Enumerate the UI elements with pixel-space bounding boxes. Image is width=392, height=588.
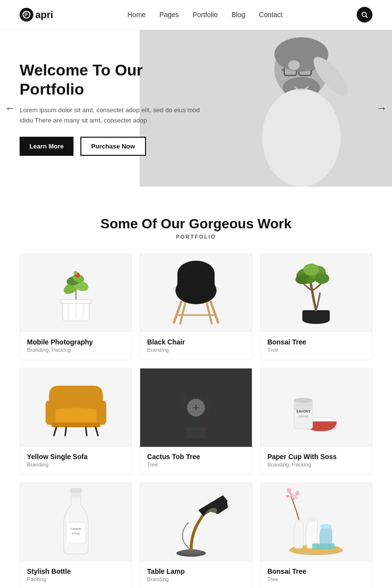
search-button[interactable]	[357, 7, 372, 23]
lamp-svg	[164, 486, 228, 559]
logo-icon: P	[20, 8, 33, 22]
portfolio-item-info-9: Bonsai Tree Tree	[261, 562, 372, 588]
svg-point-12	[262, 89, 341, 187]
hero-prev-button[interactable]: ←	[5, 102, 16, 115]
item-title-1: Mobile Photography	[27, 338, 124, 346]
nav-home[interactable]: Home	[127, 11, 146, 19]
nav-links: Home Pages Portfolio Blog Contact	[127, 10, 283, 19]
item-overlay: +	[140, 368, 251, 447]
portfolio-title: Some Of Our Gorgeous Work	[20, 216, 372, 232]
item-cat-7: Packing	[27, 576, 124, 582]
portfolio-item-info-4: Yellow Single Sofa Branding	[20, 447, 131, 474]
portfolio-item-img-2	[140, 254, 251, 332]
item-title-5: Cactus Tob Tree	[147, 453, 245, 461]
portfolio-item-1[interactable]: Mobile Photography Branding, Packing	[20, 253, 132, 360]
svg-point-15	[288, 60, 300, 70]
item-cat-1: Branding, Packing	[27, 347, 124, 353]
portfolio-item-9[interactable]: Bonsai Tree Tree	[260, 483, 372, 588]
portfolio-item-info-6: Paper Cup With Soss Branding, Packing	[261, 447, 372, 474]
portfolio-item-info-2: Black Chair Branding	[140, 332, 251, 360]
svg-rect-17	[61, 299, 91, 303]
svg-rect-53	[193, 393, 199, 428]
plant-svg	[54, 261, 98, 325]
nav-pages[interactable]: Pages	[159, 11, 179, 19]
item-title-8: Table Lamp	[147, 567, 245, 575]
logo[interactable]: P apri	[20, 8, 53, 22]
hero-buttons: Learn More Purchase Now	[20, 137, 206, 156]
svg-rect-86	[312, 543, 335, 549]
svg-line-49	[65, 427, 66, 436]
svg-point-2	[362, 12, 367, 17]
nav-portfolio[interactable]: Portfolio	[193, 11, 218, 19]
svg-point-81	[295, 491, 299, 495]
item-title-4: Yellow Single Sofa	[27, 453, 124, 461]
nav-contact[interactable]: Contact	[259, 11, 282, 19]
bottle-svg: Ceramic STYLE	[56, 486, 96, 559]
svg-point-40	[295, 274, 309, 284]
svg-rect-45	[97, 400, 106, 425]
item-cat-9: Tree	[268, 576, 365, 582]
item-title-6: Paper Cup With Soss	[268, 453, 365, 461]
svg-rect-37	[302, 310, 330, 321]
item-cat-4: Branding	[27, 462, 124, 467]
sofa-svg	[42, 376, 110, 440]
svg-point-27	[74, 271, 77, 275]
portfolio-item-img-9	[261, 483, 372, 562]
item-cat-8: Branding	[147, 576, 245, 582]
svg-text:COFFEE: COFFEE	[298, 415, 309, 418]
svg-line-50	[86, 427, 87, 436]
nav-blog[interactable]: Blog	[231, 11, 245, 19]
bonsai-svg	[292, 259, 341, 327]
logo-text: apri	[35, 9, 53, 21]
svg-rect-68	[70, 488, 82, 493]
plus-icon: +	[187, 399, 205, 416]
hero-title: Welcome To Our Portfolio	[20, 61, 206, 98]
learn-more-button[interactable]: Learn More	[20, 137, 74, 156]
purchase-now-button[interactable]: Purchase Now	[80, 137, 146, 156]
navbar: P apri Home Pages Portfolio Blog Contact	[0, 0, 392, 30]
portfolio-item-info-5: Cactus Tob Tree Tree	[140, 447, 251, 474]
portfolio-section: Some Of Our Gorgeous Work PORTFOLIO	[0, 206, 392, 588]
svg-point-66	[294, 398, 313, 403]
svg-line-48	[96, 427, 98, 436]
portfolio-item-7[interactable]: Ceramic STYLE Stylish Bottle Packing	[20, 483, 132, 588]
hero-content: Welcome To Our Portfolio Lorem ipsum dol…	[0, 41, 225, 175]
svg-line-31	[174, 302, 181, 322]
svg-rect-52	[185, 427, 207, 431]
svg-point-80	[287, 488, 292, 493]
svg-rect-44	[46, 400, 55, 425]
hero-next-button[interactable]: →	[376, 102, 387, 115]
portfolio-item-6[interactable]: SAVORY COFFEE Paper Cup With Soss Brandi…	[260, 368, 372, 475]
svg-text:P: P	[24, 12, 28, 18]
portfolio-item-img-8	[140, 483, 251, 562]
svg-rect-51	[187, 430, 205, 439]
portfolio-item-2[interactable]: Black Chair Branding	[140, 253, 252, 360]
portfolio-item-4[interactable]: Yellow Single Sofa Branding	[20, 368, 132, 475]
svg-line-47	[54, 427, 56, 436]
svg-line-58	[190, 398, 193, 400]
portfolio-item-5[interactable]: + Cactus Tob Tree Tree	[140, 368, 252, 475]
svg-point-78	[320, 524, 332, 529]
svg-rect-57	[205, 397, 210, 414]
cactus-svg	[172, 373, 220, 442]
svg-rect-56	[198, 408, 209, 413]
svg-line-32	[211, 302, 218, 322]
portfolio-item-img-1	[20, 254, 131, 332]
portfolio-item-info-1: Mobile Photography Branding, Packing	[20, 332, 131, 360]
portfolio-item-3[interactable]: Bonsai Tree Tree	[260, 253, 372, 360]
hero-section: ← Welcome To Our Portfolio Lorem ipsum d…	[0, 30, 392, 187]
item-cat-3: Tree	[268, 347, 365, 353]
svg-point-85	[286, 495, 289, 498]
portfolio-item-info-7: Stylish Bottle Packing	[20, 562, 131, 588]
svg-text:SAVORY: SAVORY	[296, 410, 311, 413]
portfolio-item-info-3: Bonsai Tree Tree	[261, 332, 372, 360]
svg-text:STYLE: STYLE	[72, 532, 80, 535]
svg-line-59	[199, 398, 202, 400]
svg-rect-30	[177, 273, 215, 291]
portfolio-item-info-8: Table Lamp Branding	[140, 562, 251, 588]
portfolio-item-img-3	[261, 254, 372, 332]
portfolio-item-8[interactable]: Table Lamp Branding	[140, 483, 252, 588]
item-title-9: Bonsai Tree	[268, 567, 365, 575]
portfolio-item-img-6: SAVORY COFFEE	[261, 368, 372, 447]
portfolio-item-img-4	[20, 368, 131, 447]
